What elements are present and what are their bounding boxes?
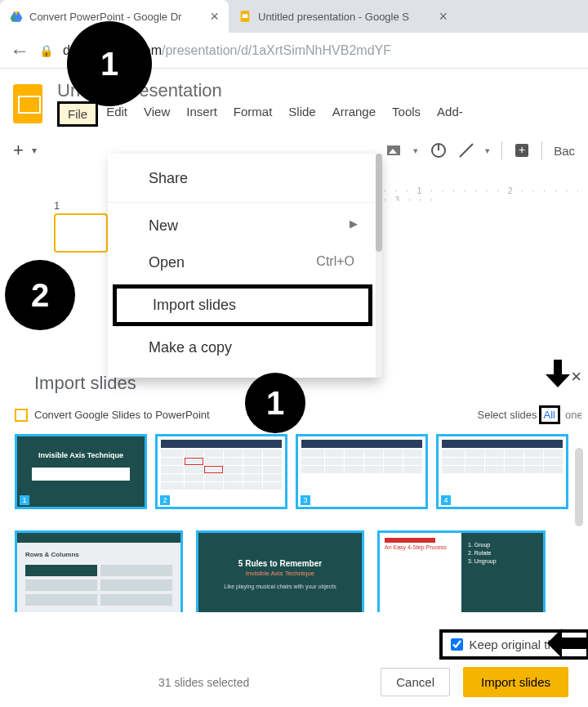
- select-none-link[interactable]: one: [562, 409, 581, 421]
- thumb-footnote: Like playing musical chairs with your ob…: [198, 577, 362, 589]
- slide-thumb-2[interactable]: 2: [155, 434, 287, 509]
- annotation-step-1: 1: [67, 21, 152, 106]
- svg-rect-4: [243, 14, 248, 18]
- thumb-title: Invisible Axis Technique: [25, 451, 136, 459]
- keep-theme-checkbox[interactable]: [451, 638, 463, 651]
- chevron-down-icon[interactable]: ▾: [485, 145, 490, 156]
- slide-number: 1: [54, 199, 108, 212]
- drive-icon: [10, 10, 23, 23]
- file-menu-dropdown: Share New ▶ Open Ctrl+O Import slides Ma…: [108, 154, 377, 378]
- slide-thumb-6[interactable]: 5 Rules to Remember Invisible Axis Techn…: [196, 530, 364, 612]
- menu-new[interactable]: New ▶: [108, 208, 377, 244]
- menu-share[interactable]: Share: [108, 160, 377, 197]
- close-icon[interactable]: ×: [571, 366, 581, 387]
- svg-rect-12: [554, 360, 562, 374]
- svg-text:+: +: [519, 143, 525, 156]
- annotation-step-2: 2: [5, 260, 75, 330]
- arrow-left-icon: [547, 629, 588, 661]
- menu-import-slides[interactable]: Import slides: [113, 284, 372, 326]
- thumb-head: An Easy 4-Step Process: [385, 544, 457, 550]
- menu-view[interactable]: View: [136, 101, 178, 127]
- menu-open[interactable]: Open Ctrl+O: [108, 244, 377, 281]
- svg-rect-14: [562, 638, 588, 649]
- menu-make-copy[interactable]: Make a copy: [108, 329, 377, 366]
- menu-arrange[interactable]: Arrange: [324, 101, 384, 127]
- select-slides-label: Select slides: [478, 409, 537, 421]
- close-icon[interactable]: ×: [439, 8, 448, 25]
- chevron-down-icon[interactable]: ▾: [413, 145, 418, 156]
- comment-icon[interactable]: +: [514, 142, 530, 159]
- tab-label: Untitled presentation - Google S: [258, 11, 409, 23]
- back-icon[interactable]: ←: [10, 39, 29, 62]
- annotation-step-1: 1: [245, 373, 305, 433]
- slide-panel: 1: [54, 199, 108, 253]
- select-all-link[interactable]: All: [539, 405, 560, 424]
- menu-insert[interactable]: Insert: [178, 101, 225, 127]
- thumb-title: Rows & Columns: [25, 551, 172, 558]
- thumb-title: 5 Rules to Remember: [198, 543, 362, 568]
- divider: [541, 141, 542, 159]
- thumb-number: 2: [160, 495, 170, 505]
- list-item: 3. Ungroup: [468, 556, 537, 564]
- divider: [108, 202, 377, 203]
- scrollbar[interactable]: [575, 448, 583, 526]
- divider: [501, 141, 502, 159]
- browser-tab-slides[interactable]: Untitled presentation - Google S ×: [229, 0, 457, 33]
- import-file-name: Convert Google Slides to PowerPoint: [34, 409, 210, 421]
- ruler: · · · 1 · · · · · · · 2 · · · · · · · 3 …: [384, 186, 588, 201]
- slides-logo-icon[interactable]: [13, 84, 42, 123]
- slides-icon: [238, 10, 252, 23]
- thumb-number: 4: [441, 495, 451, 505]
- import-slides-button[interactable]: Import slides: [463, 667, 568, 697]
- thumb-number: 1: [20, 495, 29, 505]
- menu-slide[interactable]: Slide: [280, 101, 323, 127]
- slides-file-icon: [15, 409, 28, 422]
- shortcut-label: Ctrl+O: [316, 254, 354, 269]
- chevron-right-icon: ▶: [350, 217, 358, 230]
- slide-thumb-7[interactable]: An Easy 4-Step Process 1. Group 2. Rotat…: [377, 530, 546, 612]
- background-icon[interactable]: [385, 142, 402, 159]
- line-icon[interactable]: [457, 142, 474, 159]
- transition-icon[interactable]: [430, 142, 446, 159]
- menu-format[interactable]: Format: [225, 101, 281, 127]
- chevron-down-icon[interactable]: ▾: [32, 145, 37, 156]
- arrow-down-icon: [546, 360, 570, 391]
- svg-marker-15: [547, 629, 562, 658]
- slide-thumb-1[interactable]: Invisible Axis Technique 1: [15, 434, 147, 509]
- close-icon[interactable]: ×: [210, 8, 219, 25]
- selected-count: 31 slides selected: [20, 676, 249, 689]
- toolbar-back-text[interactable]: Bac: [554, 144, 575, 158]
- slide-thumb-5[interactable]: Rows & Columns: [15, 530, 183, 612]
- slide-thumbnail[interactable]: [54, 213, 108, 253]
- svg-marker-13: [546, 374, 570, 387]
- lock-icon: 🔒: [39, 44, 53, 57]
- menu-tools[interactable]: Tools: [384, 101, 429, 127]
- list-item: 1. Group: [468, 539, 537, 548]
- menu-file[interactable]: File: [57, 101, 98, 127]
- svg-line-9: [460, 144, 473, 157]
- thumb-subtitle: Invisible Axis Technique: [198, 568, 362, 577]
- slide-thumb-3[interactable]: 3: [296, 434, 428, 509]
- cancel-button[interactable]: Cancel: [381, 668, 450, 696]
- thumb-number: 3: [301, 495, 310, 505]
- list-item: 2. Rotate: [468, 548, 537, 556]
- new-slide-icon[interactable]: +: [13, 140, 24, 161]
- menu-addons[interactable]: Add-: [429, 101, 471, 127]
- slide-thumb-4[interactable]: 4: [436, 434, 568, 509]
